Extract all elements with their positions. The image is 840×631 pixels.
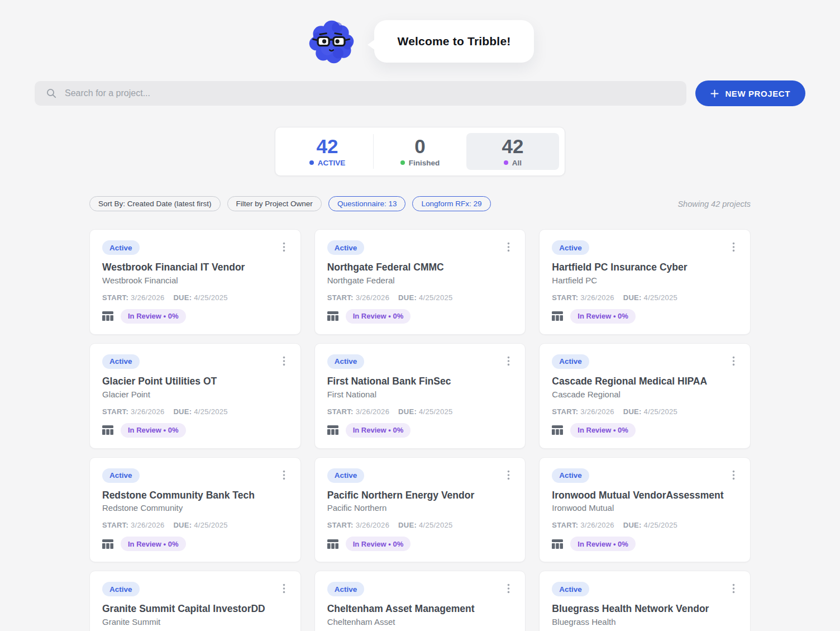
project-subtitle: Pacific Northern [327, 503, 513, 513]
table-icon [327, 311, 338, 321]
project-title: Granite Summit Capital InvestorDD [102, 602, 288, 615]
project-card[interactable]: Active First National Bank FinSec First … [314, 343, 526, 449]
start-date: 3/26/2026 [356, 407, 390, 416]
project-card[interactable]: Active Glacier Point Utilities OT Glacie… [89, 343, 301, 449]
stat-active[interactable]: 42 ACTIVE [281, 133, 374, 170]
start-date: 3/26/2026 [580, 521, 614, 529]
project-subtitle: Westbrook Financial [102, 276, 288, 285]
kebab-menu-icon[interactable] [504, 240, 513, 256]
due-label: DUE: [623, 521, 642, 529]
due-label: DUE: [173, 407, 192, 416]
search-bar [35, 81, 686, 106]
project-dates: START: 3/26/2026 DUE: 4/25/2025 [552, 293, 738, 302]
active-dot-icon [309, 160, 314, 165]
due-label: DUE: [398, 293, 417, 302]
project-card[interactable]: Active Ironwood Mutual VendorAssessment … [539, 457, 751, 563]
review-status-badge: In Review • 0% [121, 537, 186, 551]
due-label: DUE: [173, 521, 192, 529]
project-dates: START: 3/26/2026 DUE: 4/25/2025 [552, 521, 738, 529]
project-dates: START: 3/26/2026 DUE: 4/25/2025 [102, 407, 288, 416]
project-card[interactable]: Active Northgate Federal CMMC Northgate … [314, 229, 526, 335]
review-status-badge: In Review • 0% [121, 309, 186, 324]
project-subtitle: Glacier Point [102, 390, 288, 399]
table-icon [552, 425, 563, 435]
project-card[interactable]: Active Redstone Community Bank Tech Reds… [89, 457, 301, 563]
status-badge: Active [552, 468, 589, 483]
start-date: 3/26/2026 [131, 407, 165, 416]
kebab-menu-icon[interactable] [504, 354, 513, 370]
project-card[interactable]: Active Pacific Northern Energy Vendor Pa… [314, 457, 526, 563]
kebab-menu-icon[interactable] [280, 582, 288, 597]
project-card[interactable]: Active Westbrook Financial IT Vendor Wes… [89, 229, 301, 335]
start-label: START: [552, 521, 578, 529]
project-title: Cheltenham Asset Management [327, 602, 513, 615]
status-badge: Active [102, 354, 140, 369]
questionnaire-chip[interactable]: Questionnaire: 13 [328, 196, 406, 211]
finished-dot-icon [400, 160, 405, 165]
search-input[interactable] [35, 81, 686, 106]
sort-by-chip[interactable]: Sort By: Created Date (latest first) [89, 196, 221, 211]
stat-all[interactable]: 42 All [466, 133, 559, 170]
due-date: 4/25/2025 [194, 521, 228, 529]
all-label: All [512, 159, 522, 167]
start-date: 3/26/2026 [131, 521, 165, 529]
stat-finished[interactable]: 0 Finished [374, 133, 466, 170]
start-label: START: [552, 293, 578, 302]
due-date: 4/25/2025 [419, 407, 453, 416]
search-row: NEW PROJECT [35, 80, 805, 106]
review-status-badge: In Review • 0% [570, 309, 636, 324]
project-card[interactable]: Active Cheltenham Asset Management Chelt… [314, 571, 526, 631]
kebab-menu-icon[interactable] [729, 582, 738, 597]
review-status-badge: In Review • 0% [346, 537, 411, 551]
project-subtitle: Ironwood Mutual [552, 503, 738, 513]
start-date: 3/26/2026 [580, 407, 614, 416]
kebab-menu-icon[interactable] [280, 468, 288, 484]
review-status-badge: In Review • 0% [121, 423, 186, 438]
project-card[interactable]: Active Hartfield PC Insurance Cyber Hart… [539, 229, 751, 335]
filter-chips: Sort By: Created Date (latest first) Fil… [89, 196, 491, 211]
kebab-menu-icon[interactable] [729, 240, 738, 256]
start-label: START: [102, 521, 128, 529]
welcome-header: Welcome to Tribble! [0, 0, 840, 67]
project-title: Bluegrass Health Network Vendor [552, 602, 738, 615]
project-subtitle: Cascade Regional [552, 390, 738, 399]
active-count: 42 [317, 136, 338, 156]
project-title: Westbrook Financial IT Vendor [102, 261, 288, 274]
kebab-menu-icon[interactable] [729, 468, 738, 484]
longform-rfx-chip[interactable]: Longform RFx: 29 [412, 196, 490, 211]
kebab-menu-icon[interactable] [504, 582, 513, 597]
finished-count: 0 [414, 136, 425, 156]
project-title: Pacific Northern Energy Vendor [327, 489, 513, 502]
kebab-menu-icon[interactable] [280, 240, 288, 256]
due-date: 4/25/2025 [419, 293, 453, 302]
project-card[interactable]: Active Granite Summit Capital InvestorDD… [89, 571, 301, 631]
table-icon [327, 425, 338, 435]
project-title: Ironwood Mutual VendorAssessment [552, 489, 738, 502]
status-badge: Active [552, 240, 589, 255]
finished-label: Finished [409, 159, 440, 167]
start-label: START: [327, 293, 354, 302]
table-icon [327, 539, 338, 549]
project-card[interactable]: Active Bluegrass Health Network Vendor B… [539, 571, 751, 631]
start-label: START: [327, 521, 354, 529]
kebab-menu-icon[interactable] [280, 354, 288, 370]
review-status-badge: In Review • 0% [346, 309, 411, 324]
new-project-button[interactable]: NEW PROJECT [695, 80, 805, 106]
due-date: 4/25/2025 [419, 521, 453, 529]
table-icon [102, 539, 113, 549]
project-subtitle: Hartfield PC [552, 276, 738, 285]
search-icon [46, 88, 57, 99]
kebab-menu-icon[interactable] [729, 354, 738, 370]
status-badge: Active [102, 240, 140, 255]
kebab-menu-icon[interactable] [504, 468, 513, 484]
plus-icon [710, 89, 719, 98]
project-card[interactable]: Active Cascade Regional Medical HIPAA Ca… [539, 343, 751, 449]
new-project-label: NEW PROJECT [725, 89, 790, 98]
filter-row: Sort By: Created Date (latest first) Fil… [89, 196, 751, 211]
status-badge: Active [102, 582, 140, 596]
filter-owner-chip[interactable]: Filter by Project Owner [227, 196, 322, 211]
review-status-badge: In Review • 0% [346, 423, 411, 438]
table-icon [552, 311, 563, 321]
welcome-text: Welcome to Tribble! [398, 35, 511, 48]
project-dates: START: 3/26/2026 DUE: 4/25/2025 [102, 521, 288, 529]
